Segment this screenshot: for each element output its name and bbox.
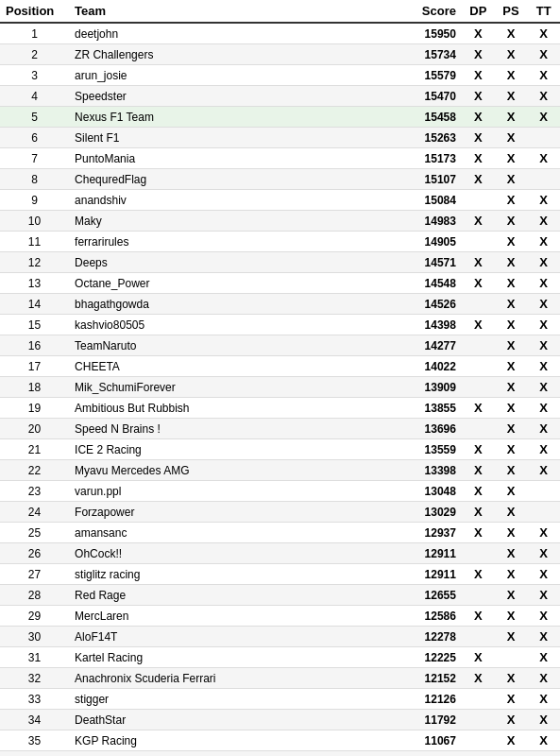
dp-header: DP — [462, 0, 495, 23]
row-ps: X — [495, 377, 528, 398]
row-ps: X — [495, 65, 528, 86]
row-tt: X — [527, 730, 560, 751]
row-position: 8 — [0, 169, 69, 190]
row-position: 23 — [0, 481, 69, 502]
row-team: aneezan — [69, 751, 374, 757]
row-tt: X — [527, 107, 560, 128]
row-tt: X — [527, 543, 560, 564]
row-ps: X — [495, 564, 528, 585]
row-dp: X — [462, 211, 495, 232]
row-tt: X — [527, 606, 560, 627]
row-ps: X — [495, 481, 528, 502]
row-dp: X — [462, 502, 495, 523]
row-position: 34 — [0, 710, 69, 730]
row-tt: X — [527, 190, 560, 211]
row-tt — [527, 128, 560, 148]
table-row: 23 varun.ppl 13048 X X — [0, 481, 560, 502]
row-team: OhCock!! — [69, 543, 374, 564]
row-ps: X — [495, 543, 528, 564]
row-position: 32 — [0, 668, 69, 689]
row-score: 11792 — [375, 710, 462, 730]
row-ps: X — [495, 668, 528, 689]
row-ps: X — [495, 356, 528, 377]
row-dp: X — [462, 44, 495, 65]
row-ps: X — [495, 398, 528, 419]
table-row: 7 PuntoMania 15173 X X X — [0, 148, 560, 169]
row-position: 1 — [0, 23, 69, 44]
row-position: 36 — [0, 751, 69, 757]
row-tt — [527, 169, 560, 190]
row-score: 12126 — [375, 689, 462, 710]
row-score: 12911 — [375, 564, 462, 585]
row-tt: X — [527, 294, 560, 315]
row-team: Red Rage — [69, 585, 374, 606]
row-ps: X — [495, 585, 528, 606]
row-dp: X — [462, 523, 495, 543]
row-position: 2 — [0, 44, 69, 65]
row-tt: X — [527, 751, 560, 757]
row-dp: X — [462, 128, 495, 148]
table-row: 1 deetjohn 15950 X X X — [0, 23, 560, 44]
row-ps: X — [495, 689, 528, 710]
row-score: 15084 — [375, 190, 462, 211]
table-row: 31 Kartel Racing 12225 X X — [0, 647, 560, 668]
row-team: varun.ppl — [69, 481, 374, 502]
row-dp: X — [462, 460, 495, 481]
row-dp: X — [462, 273, 495, 294]
row-dp: X — [462, 647, 495, 668]
table-row: 2 ZR Challengers 15734 X X X — [0, 44, 560, 65]
row-tt: X — [527, 377, 560, 398]
row-score: 13559 — [375, 439, 462, 460]
row-tt — [527, 481, 560, 502]
table-row: 32 Anachronix Scuderia Ferrari 12152 X X… — [0, 668, 560, 689]
row-dp: X — [462, 439, 495, 460]
row-score: 13909 — [375, 377, 462, 398]
row-team: MercLaren — [69, 606, 374, 627]
row-team: PuntoMania — [69, 148, 374, 169]
row-dp: X — [462, 23, 495, 44]
table-row: 3 arun_josie 15579 X X X — [0, 65, 560, 86]
row-dp — [462, 543, 495, 564]
row-team: ferrarirules — [69, 232, 374, 252]
ps-header: PS — [495, 0, 528, 23]
row-dp: X — [462, 481, 495, 502]
row-ps: X — [495, 107, 528, 128]
row-score: 15579 — [375, 65, 462, 86]
row-tt — [527, 502, 560, 523]
tt-header: TT — [527, 0, 560, 23]
row-ps: X — [495, 710, 528, 730]
row-ps: X — [495, 252, 528, 273]
row-score: 15173 — [375, 148, 462, 169]
table-row: 24 Forzapower 13029 X X — [0, 502, 560, 523]
row-team: arun_josie — [69, 65, 374, 86]
row-team: bhagathgowda — [69, 294, 374, 315]
table-row: 30 AloF14T 12278 X X — [0, 627, 560, 647]
row-ps: X — [495, 460, 528, 481]
row-ps: X — [495, 86, 528, 107]
table-row: 36 aneezan 10867 X X X — [0, 751, 560, 757]
row-score: 13048 — [375, 481, 462, 502]
row-ps: X — [495, 419, 528, 439]
row-position: 30 — [0, 627, 69, 647]
row-score: 14548 — [375, 273, 462, 294]
row-position: 24 — [0, 502, 69, 523]
row-dp: X — [462, 564, 495, 585]
row-tt: X — [527, 647, 560, 668]
row-position: 13 — [0, 273, 69, 294]
table-row: 33 stigger 12126 X X — [0, 689, 560, 710]
row-score: 14022 — [375, 356, 462, 377]
row-team: Mik_SchumiForever — [69, 377, 374, 398]
row-ps: X — [495, 523, 528, 543]
row-dp — [462, 377, 495, 398]
row-dp: X — [462, 169, 495, 190]
table-row: 27 stiglitz racing 12911 X X X — [0, 564, 560, 585]
row-tt: X — [527, 335, 560, 356]
row-position: 3 — [0, 65, 69, 86]
row-position: 11 — [0, 232, 69, 252]
row-position: 6 — [0, 128, 69, 148]
row-tt: X — [527, 252, 560, 273]
row-tt: X — [527, 356, 560, 377]
row-team: amansanc — [69, 523, 374, 543]
leaderboard-table: Position Team Score DP PS TT 1 deetjohn … — [0, 0, 560, 756]
row-score: 13398 — [375, 460, 462, 481]
